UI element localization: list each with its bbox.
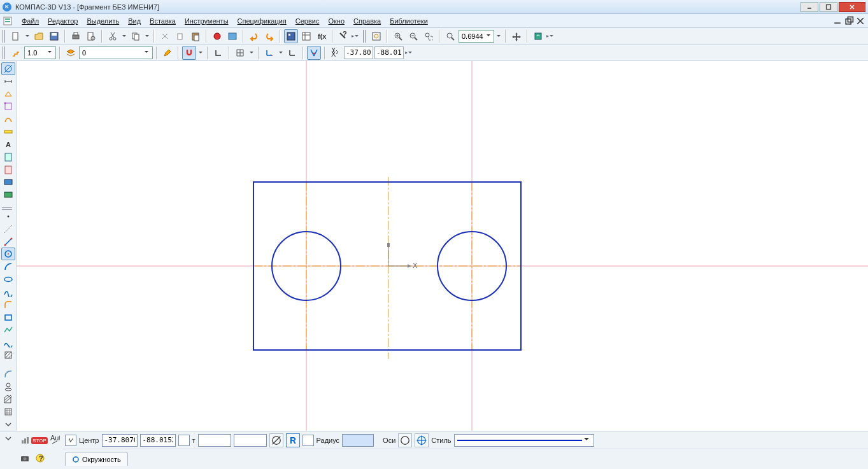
stop-button[interactable]: STOP xyxy=(32,433,46,447)
project-tool[interactable] xyxy=(1,381,15,393)
grip[interactable] xyxy=(363,30,366,43)
step-combo[interactable]: 1.0 xyxy=(24,46,56,59)
center-y-input[interactable] xyxy=(140,434,176,447)
ellipse-tool[interactable] xyxy=(1,273,15,286)
equidistant-tool[interactable] xyxy=(1,368,15,381)
zoom-window-button[interactable] xyxy=(422,29,436,43)
cut2-button[interactable] xyxy=(158,29,172,43)
tab-circle[interactable]: Окружность xyxy=(65,452,128,466)
camera-button[interactable] xyxy=(18,451,32,465)
menu-select[interactable]: Выделить xyxy=(83,16,123,26)
menu-file[interactable]: Файл xyxy=(18,16,43,26)
fx-button[interactable]: f(x) xyxy=(315,29,329,43)
grid-button[interactable] xyxy=(233,46,247,60)
select-tab[interactable]: A xyxy=(1,138,15,151)
menu-service[interactable]: Сервис xyxy=(292,16,324,26)
maximize-button[interactable] xyxy=(820,2,837,12)
t1-input[interactable] xyxy=(198,434,231,447)
close-button[interactable] xyxy=(839,2,865,12)
radius-input[interactable] xyxy=(342,434,374,447)
geometry-tab[interactable] xyxy=(1,62,15,75)
measure-tab[interactable] xyxy=(1,125,15,138)
drawing-canvas[interactable]: X xyxy=(17,61,868,431)
toggle-panel[interactable] xyxy=(1,433,15,444)
axes-on[interactable] xyxy=(415,433,429,447)
line-aux-tool[interactable] xyxy=(1,223,15,235)
fillet-tool[interactable] xyxy=(1,298,15,311)
spline-tool[interactable] xyxy=(1,286,15,298)
print-button[interactable] xyxy=(69,29,83,43)
grip[interactable] xyxy=(3,30,6,43)
bezier-tool[interactable] xyxy=(1,336,15,349)
symbols-tab[interactable] xyxy=(1,88,15,101)
new-button[interactable] xyxy=(9,29,23,43)
create-obj-button[interactable] xyxy=(18,433,31,447)
undo-button[interactable] xyxy=(247,29,261,43)
dimensions-tab[interactable] xyxy=(1,75,15,88)
fill-tool[interactable] xyxy=(1,405,15,418)
center-x-input[interactable] xyxy=(102,434,138,447)
menu-spec[interactable]: Спецификация xyxy=(234,16,290,26)
radius-toggle[interactable]: R xyxy=(286,433,300,447)
line-tool[interactable] xyxy=(1,235,15,248)
toolbar-overflow[interactable] xyxy=(352,29,358,43)
cut-dropdown[interactable] xyxy=(121,29,127,43)
insert-tab[interactable] xyxy=(1,188,15,201)
diameter-toggle[interactable] xyxy=(269,433,283,447)
open-button[interactable] xyxy=(32,29,46,43)
layer-icon[interactable] xyxy=(64,46,78,60)
circle-tool[interactable] xyxy=(1,248,15,260)
param-tab[interactable] xyxy=(1,113,15,125)
toolbar-overflow[interactable] xyxy=(405,46,411,60)
pan-button[interactable] xyxy=(509,29,523,43)
auto-button[interactable]: Auto xyxy=(48,433,61,447)
round-button[interactable] xyxy=(307,46,321,60)
snap-dropdown[interactable] xyxy=(197,46,204,60)
edit-style-button[interactable] xyxy=(160,46,174,60)
views-tab[interactable] xyxy=(1,176,15,188)
grip[interactable] xyxy=(3,46,6,59)
snap-toggle-button[interactable] xyxy=(182,46,196,60)
appmenu-icon[interactable] xyxy=(3,16,13,26)
minimize-button[interactable] xyxy=(800,2,818,12)
copy-button[interactable] xyxy=(129,29,143,43)
layer-combo[interactable]: 0 xyxy=(79,46,153,59)
toolbar-overflow[interactable] xyxy=(546,29,553,43)
preview-button[interactable] xyxy=(84,29,98,43)
grid-dropdown[interactable] xyxy=(248,46,255,60)
mdi-restore[interactable] xyxy=(844,17,854,25)
report-tab[interactable] xyxy=(1,164,15,176)
dropdown-extra[interactable] xyxy=(1,418,15,431)
coord-prefix-button[interactable]: YX xyxy=(329,46,343,60)
coord-y-input[interactable] xyxy=(374,46,404,59)
coord-x-input[interactable] xyxy=(344,46,373,59)
menu-insert[interactable]: Вставка xyxy=(146,16,180,26)
point-tool[interactable] xyxy=(1,210,15,223)
style-combo[interactable] xyxy=(454,434,594,447)
mdi-minimize[interactable] xyxy=(832,17,843,25)
zoom-prev-button[interactable] xyxy=(443,29,457,43)
zoom-out-button[interactable] xyxy=(406,29,420,43)
insert-frag-button[interactable] xyxy=(225,29,239,43)
help-button[interactable]: ? xyxy=(336,29,350,43)
copy-dropdown[interactable] xyxy=(144,29,150,43)
polyline-tool[interactable] xyxy=(1,323,15,336)
t-lock[interactable] xyxy=(178,435,190,446)
library-mgr-button[interactable] xyxy=(284,29,298,43)
variables-button[interactable] xyxy=(299,29,313,43)
rect-tool[interactable] xyxy=(1,311,15,324)
t2-input[interactable] xyxy=(234,434,267,447)
menu-tools[interactable]: Инструменты xyxy=(181,16,232,26)
local-cs-dropdown[interactable] xyxy=(278,46,284,60)
menu-window[interactable]: Окно xyxy=(324,16,348,26)
cut-button[interactable] xyxy=(106,29,120,43)
menu-edit[interactable]: Редактор xyxy=(44,16,82,26)
hatch2-tool[interactable] xyxy=(1,393,15,405)
edit-tab[interactable] xyxy=(1,100,15,113)
center-lock[interactable]: V xyxy=(65,435,76,446)
copy2-button[interactable] xyxy=(173,29,187,43)
axes-off[interactable] xyxy=(398,433,412,447)
refresh-button[interactable] xyxy=(531,29,545,43)
new-dropdown[interactable] xyxy=(24,29,31,43)
menu-help[interactable]: Справка xyxy=(350,16,385,26)
